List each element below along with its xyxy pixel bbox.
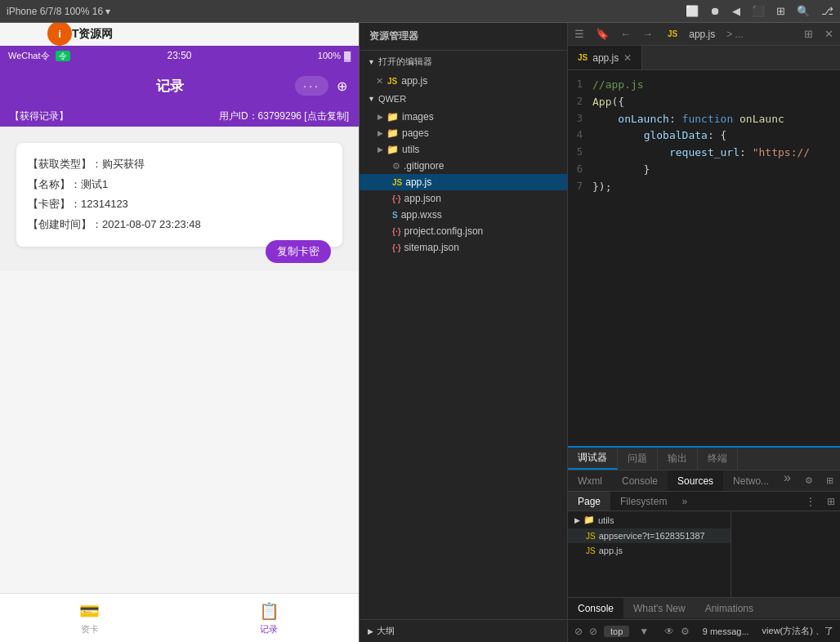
card-nav-label: 资卡	[81, 623, 99, 635]
chevron-right-icon-3: ▶	[378, 145, 383, 154]
console-top-badge[interactable]: top	[604, 626, 629, 637]
tab-breadcrumb-sep: > ...	[726, 29, 743, 40]
watermark-right[interactable]: 用户ID：63799296 [点击复制]	[219, 109, 349, 123]
project-section[interactable]: ▼ QWER	[360, 89, 567, 109]
tab-js-icon: JS	[578, 53, 588, 62]
devtools-tab-terminal[interactable]: 终端	[698, 448, 738, 470]
folder-images-icon: 📁	[386, 111, 399, 123]
close-icon[interactable]: ✕	[376, 76, 383, 87]
copy-card-button[interactable]: 复制卡密	[266, 240, 331, 263]
close-tab-icon[interactable]: ✕	[824, 28, 833, 40]
bookmark-icon[interactable]: 🔖	[596, 28, 609, 40]
toolbar-icon-1[interactable]: ⬜	[686, 5, 699, 17]
outline-section[interactable]: ▶ 大纲	[360, 619, 567, 642]
tree-utils[interactable]: ▶ 📁 utils	[360, 141, 567, 158]
sources-right-pane	[731, 511, 840, 597]
devtools-tab-issues[interactable]: 问题	[618, 448, 658, 470]
subtab-more-icon[interactable]: »	[779, 470, 796, 491]
phone-header-right: ··· ⊕	[295, 76, 347, 96]
console-tab-main[interactable]: Console	[568, 598, 623, 618]
wechat-badge: 令	[56, 51, 70, 61]
circle-icon[interactable]: ⊕	[337, 78, 347, 94]
editor-panel: ☰ 🔖 ← → JS app.js > ... ⊞ ✕ JS app.js ✕ …	[568, 23, 840, 642]
subtab-network[interactable]: Netwo...	[723, 470, 779, 491]
sources-tab-page[interactable]: Page	[568, 492, 610, 510]
console-gear-icon[interactable]: ⚙	[681, 626, 690, 637]
nav-item-record[interactable]: 📋 记录	[180, 594, 360, 642]
console-tab-whatsnew[interactable]: What's New	[623, 598, 695, 618]
code-line-7: 7 });	[568, 179, 840, 196]
record-area: 【获取类型】：购买获得 【名称】：测试1 【卡密】：12314123 【创建时间…	[0, 127, 359, 271]
sources-tab-filesystem[interactable]: Filesystem	[610, 492, 677, 510]
split-icon[interactable]: ⊞	[804, 28, 813, 40]
dots-button[interactable]: ···	[295, 76, 328, 96]
subtab-console[interactable]: Console	[612, 470, 668, 491]
toolbar-icon-2[interactable]: ⏺	[710, 5, 721, 17]
js-file-icon: JS	[392, 178, 402, 187]
toolbar-icon-7[interactable]: ⎇	[821, 5, 833, 17]
console-ban-icon[interactable]: ⊘	[574, 626, 583, 637]
menu-icon[interactable]: ☰	[574, 28, 584, 40]
tree-appwxss[interactable]: S app.wxss	[360, 207, 567, 223]
console-tab-animations[interactable]: Animations	[695, 598, 763, 618]
expand-icon[interactable]: ⊞	[820, 470, 840, 491]
toolbar-icons: ⬜ ⏺ ◀ ⬛ ⊞ 🔍 ⎇	[686, 5, 833, 17]
code-line-3: 3 onLaunch: function onLaunc	[568, 111, 840, 128]
phone-header: 记录 ··· ⊕	[0, 65, 359, 106]
explorer-panel: 资源管理器 ▼ 打开的编辑器 ✕ JS app.js ▼ QWER ▶ 📁 im…	[360, 23, 568, 642]
outline-label: 大纲	[377, 625, 395, 637]
toolbar-icon-3[interactable]: ◀	[732, 5, 740, 17]
code-editor[interactable]: 1 //app.js 2 App({ 3 onLaunch: function …	[568, 70, 840, 446]
sources-tree: ▶ 📁 utils JS appservice?t=1628351387 JS …	[568, 511, 731, 597]
settings-icon[interactable]: ⚙	[798, 470, 820, 491]
toolbar-icon-5[interactable]: ⊞	[776, 5, 785, 17]
console-arrow-icon: ▼	[639, 626, 649, 637]
record-nav-label: 记录	[260, 623, 278, 635]
console-filter-icon[interactable]: ⊘	[589, 626, 597, 637]
sources-options-icon[interactable]: ⋮	[799, 492, 822, 510]
editor-toolbar: ☰ 🔖 ← → JS app.js > ... ⊞ ✕	[568, 23, 840, 46]
folder-utils-icon: 📁	[386, 144, 399, 155]
subtab-sources[interactable]: Sources	[668, 470, 723, 491]
watermark-left: 【获得记录】	[10, 109, 69, 123]
folder-pages-label: pages	[402, 127, 429, 139]
chevron-down-icon: ▼	[368, 58, 375, 66]
appjs-sources-label: app.js	[599, 546, 623, 555]
tree-sitemap[interactable]: {·} sitemap.json	[360, 239, 567, 256]
tree-images[interactable]: ▶ 📁 images	[360, 109, 567, 125]
open-file-appjs[interactable]: ✕ JS app.js	[360, 73, 567, 89]
tree-appjs[interactable]: JS app.js	[360, 174, 567, 190]
folder-icon-utils: 📁	[583, 515, 595, 525]
tree-utils-item[interactable]: ▶ 📁 utils	[568, 511, 731, 528]
tab-appjs[interactable]: JS app.js ✕	[568, 46, 642, 69]
devtools-tab-output[interactable]: 输出	[658, 448, 698, 470]
tab-appjs-label: app.js	[592, 52, 619, 64]
open-editors-section[interactable]: ▼ 打开的编辑器	[360, 51, 567, 73]
card-nav-icon: 💳	[79, 601, 100, 621]
console-tabs-bar: Console What's New Animations	[568, 598, 840, 619]
open-editors-label: 打开的编辑器	[378, 56, 432, 68]
nav-item-card[interactable]: 💳 资卡	[0, 594, 180, 642]
console-eye-icon[interactable]: 👁	[664, 626, 674, 637]
sources-expand-icon[interactable]: ⊞	[822, 492, 840, 510]
tab-file-icon: JS	[668, 29, 677, 38]
tree-appjson[interactable]: {·} app.json	[360, 190, 567, 207]
tree-appjs-sources[interactable]: JS app.js	[568, 543, 731, 558]
sources-tab-more[interactable]: »	[677, 492, 692, 510]
tree-gitignore[interactable]: ⚙ .gitignore	[360, 158, 567, 174]
back-icon[interactable]: ←	[620, 28, 631, 40]
view-label: view(方法名) 、了	[762, 625, 833, 637]
phone-status-bar: WeChat令 令 23:50 100% ▓	[0, 46, 359, 65]
tree-appservice[interactable]: JS appservice?t=1628351387	[568, 528, 731, 543]
forward-icon[interactable]: →	[642, 28, 653, 40]
devtools-tab-debugger[interactable]: 调试器	[568, 448, 618, 470]
json-icon: {·}	[392, 194, 401, 203]
subtab-wxml[interactable]: Wxml	[568, 470, 612, 491]
tab-close-icon[interactable]: ✕	[623, 52, 632, 64]
tab-filename: app.js	[689, 29, 715, 40]
toolbar-icon-6[interactable]: 🔍	[797, 5, 810, 17]
tree-pages[interactable]: ▶ 📁 pages	[360, 125, 567, 141]
chevron-utils-icon: ▶	[574, 516, 580, 524]
tree-projectconfig[interactable]: {·} project.config.json	[360, 223, 567, 239]
toolbar-icon-4[interactable]: ⬛	[752, 5, 765, 17]
